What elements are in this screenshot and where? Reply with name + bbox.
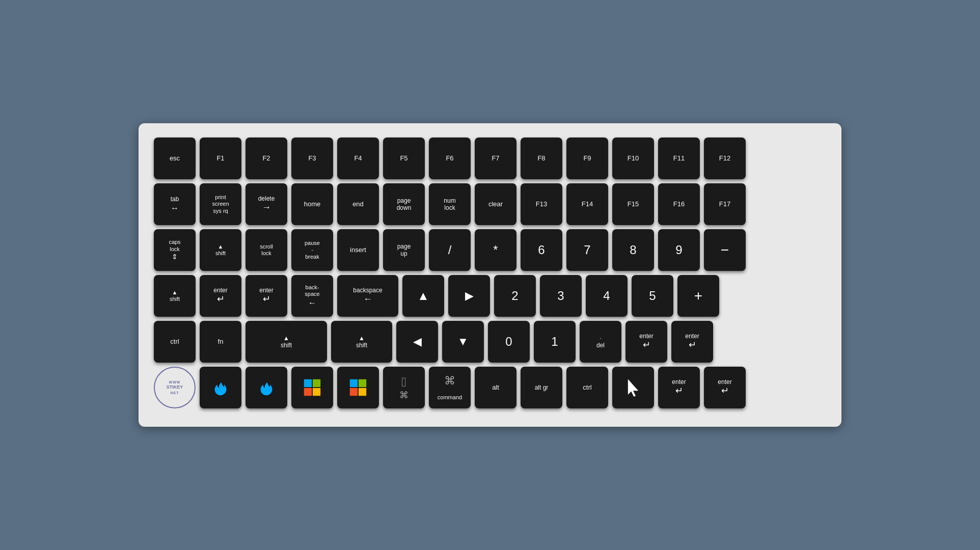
key-row-1: esc F1 F2 F3 F4 F5 F6 F7 F8 F9 F10 F11 F…	[154, 138, 826, 179]
key-cursor[interactable]	[612, 367, 654, 408]
key-enter-3[interactable]: enter↵	[625, 321, 667, 363]
key-num6[interactable]: 6	[521, 229, 562, 271]
key-page-down[interactable]: pagedown	[383, 183, 425, 225]
key-f8[interactable]: F8	[521, 138, 562, 179]
key-shift-caps[interactable]: ▲shift	[200, 229, 241, 271]
key-fn[interactable]: fn	[200, 321, 241, 363]
key-alt[interactable]: alt	[475, 367, 516, 408]
key-row-4: ▲shift enter↵ enter↵ back-space← backspa…	[154, 275, 826, 317]
key-delete[interactable]: delete→	[246, 183, 287, 225]
key-asterisk[interactable]: *	[475, 229, 516, 271]
key-backspace-1[interactable]: back-space←	[291, 275, 333, 317]
key-shift-left[interactable]: ▲shift	[154, 275, 196, 317]
key-f3[interactable]: F3	[291, 138, 333, 179]
key-f5[interactable]: F5	[383, 138, 425, 179]
key-num9[interactable]: 9	[658, 229, 700, 271]
key-ctrl[interactable]: ctrl	[154, 321, 196, 363]
key-arrow-up[interactable]: ▲	[402, 275, 444, 317]
stikey-badge: WWW STIKEY NET	[154, 367, 196, 408]
key-minus[interactable]: −	[704, 229, 746, 271]
key-home[interactable]: home	[291, 183, 333, 225]
key-esc[interactable]: esc	[154, 138, 196, 179]
key-win-2[interactable]	[337, 367, 379, 408]
key-row-3: capslock⇕ ▲shift scrolllock pause-break …	[154, 229, 826, 271]
key-num-dot-del[interactable]: ·del	[580, 321, 621, 363]
key-flame-2[interactable]	[246, 367, 287, 408]
key-command[interactable]: ⌘command	[429, 367, 471, 408]
key-f12[interactable]: F12	[704, 138, 746, 179]
key-num-lock[interactable]: numlock	[429, 183, 471, 225]
key-f13[interactable]: F13	[521, 183, 562, 225]
svg-rect-4	[350, 379, 358, 387]
key-insert[interactable]: insert	[337, 229, 379, 271]
key-slash[interactable]: /	[429, 229, 471, 271]
key-enter-1[interactable]: enter↵	[200, 275, 241, 317]
key-row-5: ctrl fn ▲shift ▲shift ◀ ▼ 0 1 ·del enter…	[154, 321, 826, 363]
key-tab[interactable]: tab↔	[154, 183, 196, 225]
key-f14[interactable]: F14	[566, 183, 608, 225]
svg-rect-2	[304, 388, 312, 396]
key-f7[interactable]: F7	[475, 138, 516, 179]
key-clear[interactable]: clear	[475, 183, 516, 225]
key-num2[interactable]: 2	[494, 275, 536, 317]
key-num8[interactable]: 8	[612, 229, 654, 271]
key-f15[interactable]: F15	[612, 183, 654, 225]
svg-rect-3	[313, 388, 320, 396]
key-f11[interactable]: F11	[658, 138, 700, 179]
key-num7[interactable]: 7	[566, 229, 608, 271]
key-caps-lock[interactable]: capslock⇕	[154, 229, 196, 271]
key-enter-6[interactable]: enter↵	[704, 367, 746, 408]
keyboard-panel: esc F1 F2 F3 F4 F5 F6 F7 F8 F9 F10 F11 F…	[139, 123, 841, 427]
key-num3[interactable]: 3	[540, 275, 582, 317]
svg-rect-0	[304, 379, 312, 387]
key-f2[interactable]: F2	[246, 138, 287, 179]
key-f4[interactable]: F4	[337, 138, 379, 179]
key-row-2: tab↔ printscreensys rq delete→ home end …	[154, 183, 826, 225]
key-pause-break[interactable]: pause-break	[291, 229, 333, 271]
key-flame-1[interactable]	[200, 367, 241, 408]
key-end[interactable]: end	[337, 183, 379, 225]
key-f16[interactable]: F16	[658, 183, 700, 225]
key-f9[interactable]: F9	[566, 138, 608, 179]
svg-rect-7	[359, 388, 366, 396]
svg-rect-1	[313, 379, 320, 387]
key-print-screen[interactable]: printscreensys rq	[200, 183, 241, 225]
key-f17[interactable]: F17	[704, 183, 746, 225]
key-enter-4[interactable]: enter↵	[671, 321, 713, 363]
svg-rect-6	[350, 388, 358, 396]
key-shift-bottom-left[interactable]: ▲shift	[246, 321, 327, 363]
key-f10[interactable]: F10	[612, 138, 654, 179]
svg-rect-5	[359, 379, 366, 387]
key-f6[interactable]: F6	[429, 138, 471, 179]
key-backspace-2[interactable]: backspace←	[337, 275, 398, 317]
key-scroll-lock[interactable]: scrolllock	[246, 229, 287, 271]
key-arrow-right[interactable]: ▶	[448, 275, 490, 317]
key-row-6: WWW STIKEY NET	[154, 367, 826, 408]
key-alt-gr[interactable]: alt gr	[521, 367, 562, 408]
key-shift-bottom-right[interactable]: ▲shift	[331, 321, 392, 363]
key-arrow-left[interactable]: ◀	[396, 321, 438, 363]
key-num5[interactable]: 5	[632, 275, 673, 317]
key-plus[interactable]: +	[677, 275, 719, 317]
key-arrow-down[interactable]: ▼	[442, 321, 484, 363]
key-num4[interactable]: 4	[586, 275, 628, 317]
key-num0[interactable]: 0	[488, 321, 530, 363]
key-page-up[interactable]: pageup	[383, 229, 425, 271]
key-num1[interactable]: 1	[534, 321, 576, 363]
key-enter-5[interactable]: enter↵	[658, 367, 700, 408]
key-enter-2[interactable]: enter↵	[246, 275, 287, 317]
key-apple-cmd[interactable]:  ⌘	[383, 367, 425, 408]
key-ctrl-2[interactable]: ctrl	[566, 367, 608, 408]
key-f1[interactable]: F1	[200, 138, 241, 179]
key-win-1[interactable]	[291, 367, 333, 408]
